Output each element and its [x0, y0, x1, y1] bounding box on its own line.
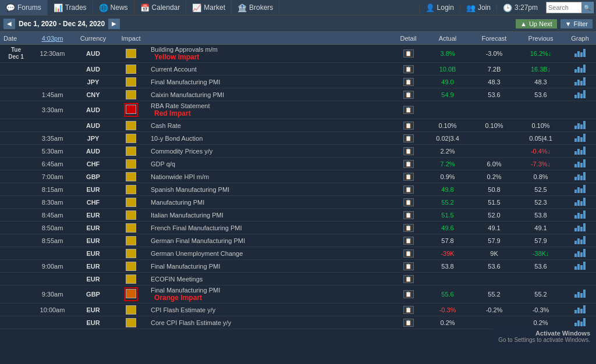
search-button[interactable]: 🔍 — [581, 2, 593, 13]
cell-graph[interactable] — [564, 222, 596, 234]
graph-bar-chart[interactable] — [574, 77, 586, 85]
cell-graph[interactable] — [564, 89, 596, 101]
graph-bar-chart[interactable] — [574, 172, 586, 180]
detail-icon[interactable]: 📋 — [403, 185, 414, 194]
graph-bar-chart[interactable] — [574, 249, 586, 257]
cell-detail[interactable]: 📋 — [392, 248, 424, 259]
detail-icon[interactable]: 📋 — [403, 290, 414, 298]
date-prev-button[interactable]: ◀ — [3, 19, 15, 29]
cell-graph[interactable] — [564, 317, 596, 329]
col-time[interactable]: 4:03pm — [32, 35, 73, 42]
graph-bar-chart[interactable] — [574, 318, 586, 326]
nav-forums[interactable]: 💬 Forums — [0, 0, 48, 15]
cell-graph[interactable] — [564, 133, 596, 144]
filter-button[interactable]: ▼ Filter — [560, 19, 593, 28]
cell-graph[interactable] — [564, 235, 596, 247]
cell-detail[interactable]: 📋 — [392, 146, 424, 156]
cell-graph[interactable] — [564, 278, 596, 280]
cell-detail[interactable]: 📋 — [392, 235, 424, 246]
detail-icon[interactable]: 📋 — [403, 224, 414, 232]
cell-detail[interactable]: 📋 — [392, 261, 424, 272]
cell-detail[interactable]: 📋 — [392, 77, 424, 87]
cell-graph[interactable] — [564, 171, 596, 183]
detail-icon[interactable]: 📋 — [403, 122, 414, 130]
nav-brokers[interactable]: 🏦 Brokers — [232, 0, 279, 15]
cell-time: 8:55am — [32, 236, 73, 245]
graph-bar-chart[interactable] — [574, 121, 586, 129]
cell-detail[interactable]: 📋 — [392, 289, 424, 299]
graph-bar-chart[interactable] — [574, 185, 586, 193]
cell-detail[interactable]: 📋 — [392, 48, 424, 59]
graph-bar-chart[interactable] — [574, 198, 586, 206]
nav-calendar[interactable]: 📅 Calendar — [134, 0, 187, 15]
nav-market[interactable]: 📈 Market — [186, 0, 232, 15]
nav-login[interactable]: 👤 Login — [419, 3, 460, 12]
nav-join[interactable]: 👥 Join — [460, 3, 496, 12]
graph-bar-chart[interactable] — [574, 262, 586, 270]
cell-detail[interactable]: 📋 — [392, 184, 424, 195]
detail-icon[interactable]: 📋 — [403, 49, 414, 58]
detail-icon[interactable]: 📋 — [403, 262, 414, 270]
detail-icon[interactable]: 📋 — [403, 198, 414, 206]
cell-graph[interactable] — [564, 109, 596, 111]
nav-trades[interactable]: 📊 Trades — [48, 0, 93, 15]
detail-icon[interactable]: 📋 — [403, 249, 414, 258]
graph-bar-chart[interactable] — [574, 65, 586, 73]
cell-graph[interactable] — [564, 248, 596, 259]
cell-graph[interactable] — [564, 209, 596, 221]
nav-news[interactable]: 🌐 News — [93, 0, 134, 15]
detail-icon[interactable]: 📋 — [403, 78, 414, 86]
detail-icon[interactable]: 📋 — [403, 160, 414, 168]
cell-graph[interactable] — [564, 120, 596, 131]
cell-date — [0, 214, 32, 216]
search-input[interactable] — [547, 4, 581, 11]
graph-bar-chart[interactable] — [574, 49, 586, 57]
detail-icon[interactable]: 📋 — [403, 211, 414, 219]
detail-icon[interactable]: 📋 — [403, 237, 414, 245]
cell-graph[interactable] — [564, 304, 596, 316]
cell-detail[interactable]: 📋 — [392, 90, 424, 100]
cell-detail[interactable]: 📋 — [392, 210, 424, 220]
cell-currency: AUD — [73, 65, 113, 74]
cell-detail[interactable]: 📋 — [392, 274, 424, 284]
detail-icon[interactable]: 📋 — [403, 173, 414, 181]
cell-graph[interactable] — [564, 288, 596, 300]
cell-detail[interactable]: 📋 — [392, 120, 424, 131]
graph-bar-chart[interactable] — [574, 305, 586, 313]
detail-icon[interactable]: 📋 — [403, 275, 414, 283]
graph-bar-chart[interactable] — [574, 147, 586, 155]
cell-graph[interactable] — [564, 76, 596, 88]
up-next-button[interactable]: ▲ Up Next — [516, 19, 557, 28]
cell-graph[interactable] — [564, 184, 596, 195]
cell-graph[interactable] — [564, 197, 596, 208]
graph-bar-chart[interactable] — [574, 236, 586, 244]
date-next-button[interactable]: ▶ — [108, 19, 120, 29]
detail-icon[interactable]: 📋 — [403, 306, 414, 314]
cell-graph[interactable] — [564, 158, 596, 170]
cell-detail[interactable]: 📋 — [392, 223, 424, 233]
cell-detail[interactable]: 📋 — [392, 159, 424, 169]
cell-detail[interactable]: 📋 — [392, 172, 424, 182]
detail-icon[interactable]: 📋 — [403, 134, 414, 142]
graph-bar-chart[interactable] — [574, 210, 586, 219]
detail-icon[interactable]: 📋 — [403, 65, 414, 73]
detail-icon[interactable]: 📋 — [403, 319, 414, 327]
graph-bar-chart[interactable] — [574, 290, 586, 298]
cell-detail[interactable]: 📋 — [392, 133, 424, 144]
cell-detail[interactable]: 📋 — [392, 197, 424, 208]
cell-graph[interactable] — [564, 260, 596, 272]
cell-graph[interactable] — [564, 63, 596, 75]
cell-detail[interactable]: 📋 — [392, 105, 424, 115]
graph-bar-chart[interactable] — [574, 223, 586, 231]
cell-detail[interactable]: 📋 — [392, 305, 424, 315]
graph-bar-chart[interactable] — [574, 90, 586, 98]
detail-icon[interactable]: 📋 — [403, 106, 414, 114]
detail-icon[interactable]: 📋 — [403, 147, 414, 155]
cell-graph[interactable] — [564, 48, 596, 59]
cell-detail[interactable]: 📋 — [392, 317, 424, 328]
graph-bar-chart[interactable] — [574, 134, 586, 142]
graph-bar-chart[interactable] — [574, 159, 586, 167]
detail-icon[interactable]: 📋 — [403, 91, 414, 99]
cell-detail[interactable]: 📋 — [392, 64, 424, 74]
cell-graph[interactable] — [564, 145, 596, 157]
